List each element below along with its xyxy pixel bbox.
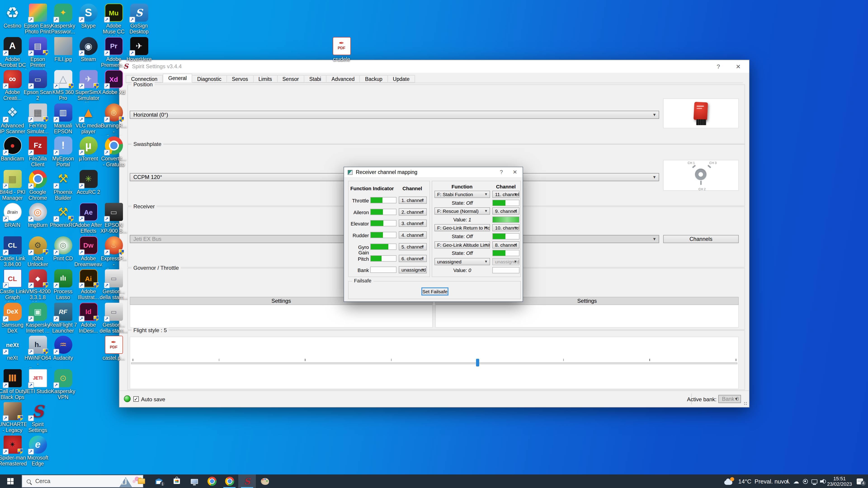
tab-servos[interactable]: Servos (227, 75, 254, 83)
desktop-icon-adobe-acrobat-dc[interactable]: A↗Adobe Acrobat DC (0, 36, 25, 68)
desktop-icon-burningr-collegam[interactable]: ◎↗BurningR... - collegam... (101, 103, 126, 135)
desktop-icon-process-lasso[interactable]: ılı↗Process Lasso (51, 269, 75, 301)
desktop-icon-phoenix-builder[interactable]: ⚒↗Phoenix Builder (51, 169, 75, 201)
function-dropdown-f-rescue-normal[interactable]: F: Rescue (Normal)▼ (434, 207, 490, 215)
dialog-help-button[interactable]: ? (495, 167, 508, 177)
desktop-icon-bit4id-pki-manager[interactable]: ▦↗Bit4id - PKI Manager (0, 169, 25, 201)
desktop-icon-print-cd[interactable]: ◎↗Print CD (51, 236, 75, 261)
taskbar-remote-desktop[interactable] (185, 475, 203, 488)
tray-chevron-icon[interactable]: ∧ (783, 475, 792, 488)
desktop-icon-adobe-dreamweav[interactable]: Dw↗Adobe Dreamweav... (76, 236, 101, 267)
tab-backup[interactable]: Backup (360, 75, 388, 83)
notification-center-icon[interactable]: 4 (854, 475, 866, 488)
desktop-icon-spider-man-remastered[interactable]: ✴↗Spider-man Remastered (0, 435, 25, 467)
tab-advanced[interactable]: Advanced (327, 75, 360, 83)
desktop-icon-gosign-desktop[interactable]: S↗GoSign Desktop (127, 3, 151, 35)
channel-dropdown-f-stabi-function[interactable]: 11. channel▼ (492, 191, 520, 198)
taskbar-spirit-settings[interactable]: S (238, 475, 256, 488)
desktop-icon-adobe-muse-cc-2018[interactable]: Mu↗Adobe Muse CC 2018 (101, 3, 126, 36)
desktop-icon-cestino[interactable]: ♻Cestino (0, 3, 25, 29)
function-dropdown-unassigned[interactable]: unassigned▼ (434, 258, 490, 265)
clock[interactable]: 15:51 23/02/2023 (827, 475, 852, 488)
desktop-icon-adobe-premiere[interactable]: Pr↗Adobe Premiere... (101, 36, 126, 68)
desktop-icon-adobe-illustrat[interactable]: Ai↗Adobe Illustrat... (76, 269, 101, 301)
desktop-icon-spirit-settings[interactable]: S↗Spirit Settings (25, 402, 50, 433)
channel-dropdown-bank[interactable]: unassigned▼ (399, 266, 427, 273)
tab-stabi[interactable]: Stabi (304, 75, 327, 83)
desktop-icon-kaspersky-passwor[interactable]: ✦↗Kaspersky Passwor... (51, 3, 75, 35)
channel-dropdown-f-geo-link-altitude-limit[interactable]: 8. channel▼ (492, 241, 520, 249)
taskbar-microsoft-store[interactable] (168, 475, 185, 488)
position-dropdown[interactable]: Horizontal (0°)▼ (130, 111, 659, 119)
desktop-icon-supersimx-simulator-si[interactable]: ✈↗SuperSimX Simulator Si... (76, 70, 101, 102)
taskbar-task-view[interactable] (115, 475, 132, 488)
desktop-icon-uncharted-legacy-of[interactable]: ↗UNCHARTED - Legacy of... (0, 402, 25, 434)
capture-icon[interactable] (801, 475, 810, 488)
desktop-icon-adobe-creati[interactable]: ∞↗Adobe Creati... (0, 70, 25, 101)
active-bank-dropdown[interactable]: Bank 0▼ (718, 395, 741, 403)
desktop-icon-castel-p[interactable]: ✒PDFcastel.p... (101, 335, 126, 361)
channel-dropdown-rudder[interactable]: 4. channel▼ (399, 231, 427, 238)
channel-dropdown-elevator[interactable]: 3. channel▼ (399, 220, 427, 227)
taskbar-mail[interactable]: 1 (150, 475, 168, 488)
desktop-icon-adobe-after-effects-2020[interactable]: Ae↗Adobe After Effects 2020 (76, 202, 101, 235)
taskbar-paint[interactable] (256, 475, 274, 488)
desktop-icon-accurc-2[interactable]: ✳↗AccuRC 2 (76, 169, 101, 195)
desktop-icon-epson-xp-900-s[interactable]: ▭↗EPSON XP-900 S... (101, 202, 126, 234)
desktop-icon-phoenixrc[interactable]: ⚒↗PhoenixRC (51, 202, 75, 228)
desktop-icon-microsoft-edge[interactable]: e↗Microsoft Edge (25, 435, 50, 467)
desktop-icon-kms-360-pro[interactable]: △↗KMS 360 Pro (51, 70, 75, 101)
desktop-icon-gestion-della-stam[interactable]: ▭↗Gestion... della stam... (101, 269, 126, 301)
desktop-icon-advanced-ip-scanner[interactable]: ❖↗Advanced IP Scanner (0, 103, 25, 135)
desktop-icon-audacity[interactable]: ♒↗Audacity (51, 335, 75, 361)
channel-dropdown-aileron[interactable]: 2. channel▼ (399, 208, 427, 216)
desktop-icon-samsung-dex[interactable]: DeX↗Samsung DeX (0, 302, 25, 334)
desktop-icon-castle-link-graph-view[interactable]: CL↗Castle Link Graph View... (0, 269, 25, 301)
desktop-icon-adobe-xd[interactable]: Xd↗Adobe Xd (101, 70, 126, 95)
desktop-icon-brain[interactable]: Brain↗BRAIN (0, 202, 25, 228)
auto-save-checkbox[interactable]: ✓ (133, 396, 139, 402)
desktop-icon-epson-easy-photo-print[interactable]: ↗Epson Easy Photo Print (25, 3, 50, 35)
volume-icon[interactable] (818, 475, 827, 488)
desktop-icon-ivms-4200-3-3-1-8-client[interactable]: ◆↗iVMS-4200 3.3.1.8 Client (25, 269, 50, 301)
desktop-icon-bandicam[interactable]: ●↗Bandicam (0, 136, 25, 162)
slider-handle[interactable] (476, 359, 479, 366)
close-button[interactable]: ✕ (729, 60, 747, 73)
desktop-icon-fili-jpg[interactable]: FILI.jpg (51, 36, 75, 62)
resize-grip[interactable] (743, 401, 747, 405)
desktop-icon-realflight-7-launcher[interactable]: RF↗RealFlight 7 Launcher (51, 302, 75, 334)
desktop-icon-filezilla-client[interactable]: Fz↗FileZilla Client (25, 136, 50, 168)
desktop-icon-torrent[interactable]: µ↗µTorrent (76, 136, 101, 162)
tab-diagnostic[interactable]: Diagnostic (192, 75, 227, 83)
desktop-icon-feiying-simulat[interactable]: ▦↗FeiYing Simulat... (25, 103, 50, 135)
desktop-icon-epson-printer-connection[interactable]: ▤↗Epson Printer Connection... (25, 36, 50, 69)
tab-sensor[interactable]: Sensor (277, 75, 304, 83)
function-dropdown-f-geo-link-altitude-limit[interactable]: F: Geo-Link Altitude Limit▼ (434, 241, 490, 249)
channel-dropdown-pitch[interactable]: 6. channel▼ (399, 255, 427, 262)
desktop-icon-convertit-gratuito[interactable]: ↗Convertit... - Gratuito (101, 136, 126, 168)
desktop-icon-vlc-media-player[interactable]: ▲↗VLC media player (76, 103, 101, 135)
start-button[interactable] (0, 475, 21, 488)
taskbar-file-explorer[interactable] (132, 475, 150, 488)
taskbar-chrome-2[interactable] (221, 475, 238, 488)
tab-update[interactable]: Update (388, 75, 415, 83)
function-dropdown-f-geo-link-return-to-home[interactable]: F: Geo-Link Return to Home▼ (434, 224, 490, 231)
dialog-close-button[interactable]: ✕ (508, 167, 522, 177)
onedrive-icon[interactable]: ☁ (792, 475, 801, 488)
channel-dropdown-f-rescue-normal[interactable]: 9. channel▼ (492, 207, 520, 215)
desktop-icon-hoverhere[interactable]: ✈↗HoverHere (127, 36, 151, 62)
main-titlebar[interactable]: S Spirit Settings v3.4.4 (119, 60, 749, 73)
tab-general[interactable]: General (163, 74, 192, 83)
channel-dropdown-gyro-gain[interactable]: 5. channel▼ (399, 243, 427, 250)
slider-track[interactable] (131, 362, 737, 364)
desktop-icon-hwinfo64-collegamento[interactable]: h.↗HWiNFO64 - collegamento (25, 335, 50, 368)
weather-widget[interactable]: 14°C Preval. nuvol. (724, 475, 790, 488)
channel-dropdown-f-geo-link-return-to-home[interactable]: 10. channel▼ (492, 224, 520, 231)
tab-limits[interactable]: Limits (253, 75, 277, 83)
help-button[interactable]: ? (709, 60, 727, 73)
channel-dropdown-throttle[interactable]: 1. channel▼ (399, 197, 427, 204)
desktop-icon-iobit-unlocker[interactable]: ⚙↗IObit Unlocker (25, 236, 50, 267)
desktop-icon-expressp-collegam[interactable]: ♨↗ExpressP... - collegam... (101, 236, 126, 268)
flight-style-slider[interactable] (131, 356, 737, 368)
desktop-icon-call-of-duty-black-ops-iii[interactable]: Ⅲ↗Call of Duty Black Ops III (0, 368, 25, 401)
